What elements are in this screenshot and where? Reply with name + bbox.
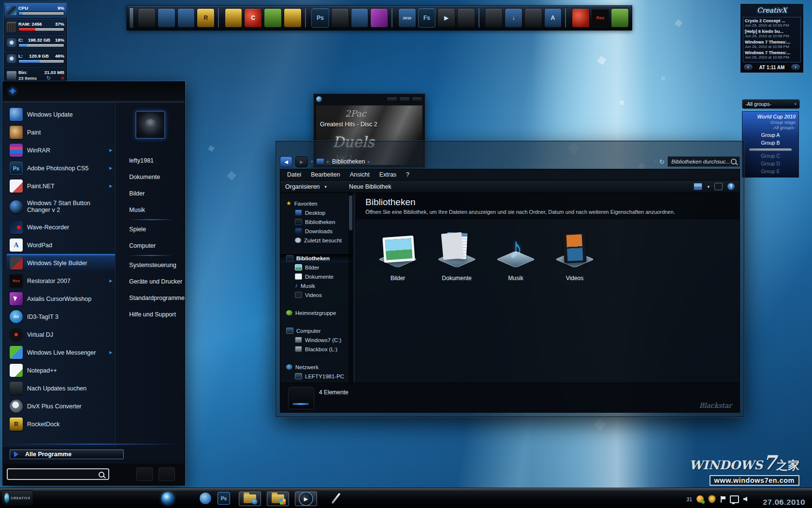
refresh-icon[interactable]: ↻ xyxy=(46,75,51,81)
sidebar-dokumente[interactable]: Dokumente xyxy=(280,272,353,281)
feed-item[interactable]: Windows 7 Themes:...Jun 26, 2010 at 10:5… xyxy=(745,50,799,60)
change-view-icon[interactable] xyxy=(694,183,702,190)
start-item-divx[interactable]: DivX Plus Converter xyxy=(7,397,115,415)
network-tray-icon[interactable] xyxy=(730,495,739,503)
start-item-virtualdj[interactable]: Virtual DJ xyxy=(7,326,115,344)
sidebar-zuletzt-besucht[interactable]: Zuletzt besucht xyxy=(280,236,353,245)
dock-spore-icon[interactable] xyxy=(457,8,475,28)
empty-bin-icon[interactable]: × xyxy=(60,76,64,81)
library-dokumente[interactable]: Dokumente xyxy=(433,229,480,282)
address-dropdown-chevron[interactable]: ▾ xyxy=(654,159,657,164)
taskbar-date[interactable]: 27.06.2010 xyxy=(763,498,805,507)
dock-handle[interactable] xyxy=(129,7,134,29)
breadcrumb-separator-icon[interactable]: ▸ xyxy=(368,159,370,164)
sidebar-computer[interactable]: Computer xyxy=(280,326,353,335)
sidebar-netzwerk[interactable]: Netzwerk xyxy=(280,362,353,372)
sidebar-blackbox-l[interactable]: Blackbox (L:) xyxy=(280,344,353,354)
sidebar-desktop[interactable]: Desktop xyxy=(280,208,353,217)
sidebar-favoriten[interactable]: ★Favoriten xyxy=(280,199,353,208)
dock-folder-icon[interactable] xyxy=(177,8,195,28)
start-item-axialis[interactable]: Axialis CursorWorkshop xyxy=(7,290,115,308)
worldcup-slider[interactable] xyxy=(749,149,792,151)
sidebar-heimnetzgruppe[interactable]: Heimnetzgruppe xyxy=(280,308,353,317)
start-item-windows-style-builder[interactable]: Windows Style Builder xyxy=(7,254,115,272)
start-right-musik[interactable]: Musik xyxy=(129,202,185,218)
taskbar-libraries-running[interactable] xyxy=(267,492,289,506)
organize-chevron-icon[interactable]: ▾ xyxy=(325,184,327,189)
menu-help[interactable]: ? xyxy=(406,171,409,178)
start-right-standardprogramme[interactable]: Standardprogramme xyxy=(129,290,185,306)
dock-restorator-icon[interactable]: Res xyxy=(592,8,609,28)
taskbar-app-icon[interactable] xyxy=(197,492,214,505)
preview-pane-icon[interactable] xyxy=(714,183,723,190)
group-item[interactable]: Group B xyxy=(745,140,796,146)
dock-photoshop-icon[interactable]: Ps xyxy=(311,8,329,28)
start-right-user[interactable]: lefty1981 xyxy=(129,152,185,169)
group-item[interactable]: Group C xyxy=(745,153,796,159)
start-item-winrar[interactable]: WinRAR▶ xyxy=(7,141,115,159)
worldcup-group-dropdown[interactable]: -All groups-▾ xyxy=(742,99,800,109)
start-right-geraete[interactable]: Geräte und Drucker xyxy=(129,273,185,290)
group-item[interactable]: Group D xyxy=(745,161,796,166)
dock-paint-globe-icon[interactable] xyxy=(351,8,369,28)
taskbar-photoshop-icon[interactable]: Ps xyxy=(216,492,232,505)
start-right-dokumente[interactable]: Dokumente xyxy=(129,169,185,185)
explorer-search-input[interactable] xyxy=(671,159,730,164)
breadcrumb[interactable]: Bibliotheken xyxy=(332,158,365,165)
dock-tools2-icon[interactable] xyxy=(284,8,302,28)
view-chevron-icon[interactable]: ▾ xyxy=(707,184,710,189)
feed-next-button[interactable]: › xyxy=(791,64,800,70)
start-item-startbutton-changer[interactable]: Windows 7 Start Button Changer v 2 xyxy=(7,195,115,218)
dock-virtualdj-icon[interactable] xyxy=(524,8,542,28)
sidebar-musik[interactable]: ♪Musik xyxy=(280,281,353,290)
feed-prev-button[interactable]: ‹ xyxy=(744,64,753,70)
group-item[interactable]: Group A xyxy=(745,132,796,138)
dock-messenger-icon[interactable] xyxy=(611,8,629,28)
menu-datei[interactable]: Datei xyxy=(287,171,301,178)
start-item-paintnet[interactable]: Paint.NET▶ xyxy=(7,177,115,195)
help-icon[interactable]: ? xyxy=(727,183,735,190)
dock-fontsuite-icon[interactable]: Fs xyxy=(418,8,436,28)
action-center-flag-icon[interactable] xyxy=(720,496,725,503)
start-item-nach-updates[interactable]: Nach Updates suchen xyxy=(7,379,115,397)
organize-button[interactable]: Organisieren xyxy=(285,183,320,190)
library-videos[interactable]: Videos xyxy=(551,229,598,282)
dock-wordpad-icon[interactable]: A xyxy=(544,8,562,28)
feed-item[interactable]: Crysis 2 Concept ...Jun 26, 2010 at 10:5… xyxy=(745,18,799,28)
menu-extras[interactable]: Extras xyxy=(379,171,396,178)
lock-button[interactable] xyxy=(159,467,175,481)
start-right-bilder[interactable]: Bilder xyxy=(129,185,185,202)
start-button[interactable]: CREATIVX xyxy=(1,490,33,506)
start-item-windows-update[interactable]: Windows Update xyxy=(7,105,115,123)
group-item[interactable]: Group E xyxy=(745,168,796,174)
start-item-restorator[interactable]: ResRestorator 2007▶ xyxy=(7,272,115,290)
player-window-button[interactable] xyxy=(387,97,397,102)
start-right-systemsteuerung[interactable]: Systemsteuerung xyxy=(129,257,185,273)
start-item-photoshop[interactable]: PsAdobe Photoshop CS5▶ xyxy=(7,159,115,177)
dock-download-icon[interactable]: ↓ xyxy=(505,8,522,28)
dock-mascot-icon[interactable] xyxy=(331,8,349,28)
recent-pages-chevron[interactable]: ▾ xyxy=(311,159,313,164)
sidebar-lefty1981-pc[interactable]: LEFTY1981-PC xyxy=(280,372,353,381)
start-item-rocketdock[interactable]: RRocketDock xyxy=(7,415,115,433)
dock-bottle-icon[interactable] xyxy=(158,8,175,28)
start-item-notepadpp[interactable]: Notepad++ xyxy=(7,361,115,379)
menu-ansicht[interactable]: Ansicht xyxy=(350,171,370,178)
start-item-wordpad[interactable]: AWordPad xyxy=(7,236,115,254)
forward-button[interactable]: ▶ xyxy=(295,156,308,167)
sidebar-bilder[interactable]: Bilder xyxy=(280,263,353,272)
library-musik[interactable]: ♪ Musik xyxy=(492,229,539,282)
dock-cursor-icon[interactable] xyxy=(138,8,156,28)
dock-tools-icon[interactable] xyxy=(225,8,243,28)
dock-axialis-cursor-icon[interactable] xyxy=(370,8,388,28)
sidebar-videos[interactable]: Videos xyxy=(280,290,353,299)
taskbar-explorer-running[interactable] xyxy=(239,492,261,506)
sidebar-bibliotheken[interactable]: Bibliotheken xyxy=(280,254,353,263)
menu-bearbeiten[interactable]: Bearbeiten xyxy=(311,171,340,178)
dock-book-icon[interactable] xyxy=(485,8,503,28)
user-avatar[interactable] xyxy=(135,111,165,139)
sidebar-scrollbar[interactable] xyxy=(348,193,353,383)
start-item-wave-recorder[interactable]: Wave-Recorder xyxy=(7,218,115,236)
sidebar-downloads[interactable]: Downloads xyxy=(280,226,353,236)
tray-calendar-text[interactable]: 31 xyxy=(686,496,692,502)
